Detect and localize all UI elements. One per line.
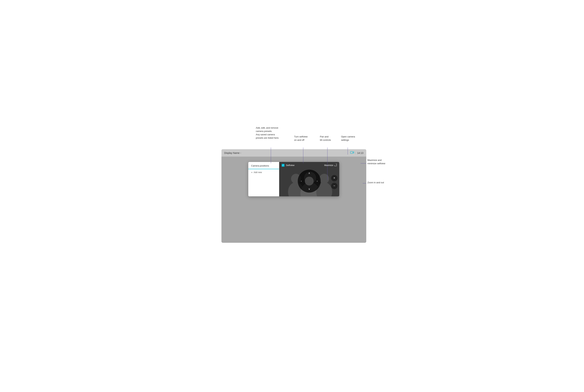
camera-positions-panel: Camera positions + Add new xyxy=(248,162,279,196)
camera-icon xyxy=(350,151,354,155)
zoom-in-button[interactable]: + xyxy=(331,175,338,181)
annotation-camera-settings: Open camerasettings xyxy=(341,135,355,142)
device-frame: Display Name › 14:13 Ca xyxy=(221,149,366,243)
ptz-center xyxy=(305,176,314,186)
chevron-right-icon: › xyxy=(240,152,241,154)
svg-point-6 xyxy=(319,174,329,184)
zoom-out-label: − xyxy=(334,184,335,188)
ptz-left-button[interactable]: ‹ xyxy=(299,179,304,183)
device-content: Camera positions + Add new xyxy=(221,157,366,243)
ptz-down-button[interactable]: ∨ xyxy=(307,187,311,191)
panel-header: Camera positions xyxy=(248,162,279,169)
selfview-panel: ✓ Selfview Maximize xyxy=(279,162,339,196)
device-header: Display Name › 14:13 xyxy=(221,149,366,157)
time-display: 14:13 xyxy=(357,152,363,154)
add-new-button[interactable]: + Add new xyxy=(248,169,279,176)
annotation-maximize: Maximize andminimize selfview xyxy=(368,158,385,165)
zoom-out-button[interactable]: − xyxy=(331,183,338,189)
header-right: 14:13 xyxy=(350,151,363,155)
maximize-button[interactable]: Maximize xyxy=(324,164,337,167)
display-name-area: Display Name › xyxy=(224,152,241,154)
maximize-label: Maximize xyxy=(324,164,333,166)
selfview-label: Selfview xyxy=(286,164,295,166)
selfview-header: ✓ Selfview Maximize xyxy=(279,162,339,168)
zoom-controls: + − xyxy=(331,175,338,189)
overlay-panel: Camera positions + Add new xyxy=(248,162,339,196)
camera-positions-title: Camera positions xyxy=(251,164,269,167)
annotation-pan-tilt: Pan andtilt controls xyxy=(320,135,331,142)
selfview-checkbox[interactable]: ✓ xyxy=(282,164,284,167)
ptz-control: ∧ ∨ ‹ › xyxy=(298,170,321,192)
svg-rect-0 xyxy=(350,152,353,154)
page-wrapper: Display Name › 14:13 Ca xyxy=(176,116,409,276)
zoom-in-label: + xyxy=(334,176,335,180)
display-name-text: Display Name xyxy=(224,152,240,154)
checkmark-icon: ✓ xyxy=(282,164,284,166)
add-icon: + xyxy=(251,171,252,174)
annotation-zoom: Zoom in and out xyxy=(368,181,384,184)
add-new-label: Add new xyxy=(253,171,262,174)
annotation-camera-presets: Add, edit, and removecamera presets.Any … xyxy=(256,126,279,140)
maximize-icon xyxy=(334,164,337,167)
selfview-toggle-area[interactable]: ✓ Selfview xyxy=(282,164,295,167)
ptz-right-button[interactable]: › xyxy=(315,179,319,183)
ptz-up-button[interactable]: ∧ xyxy=(307,171,311,175)
annotation-selfview: Turn selfviewon and off xyxy=(294,135,308,142)
ptz-ring: ∧ ∨ ‹ › xyxy=(298,170,321,192)
